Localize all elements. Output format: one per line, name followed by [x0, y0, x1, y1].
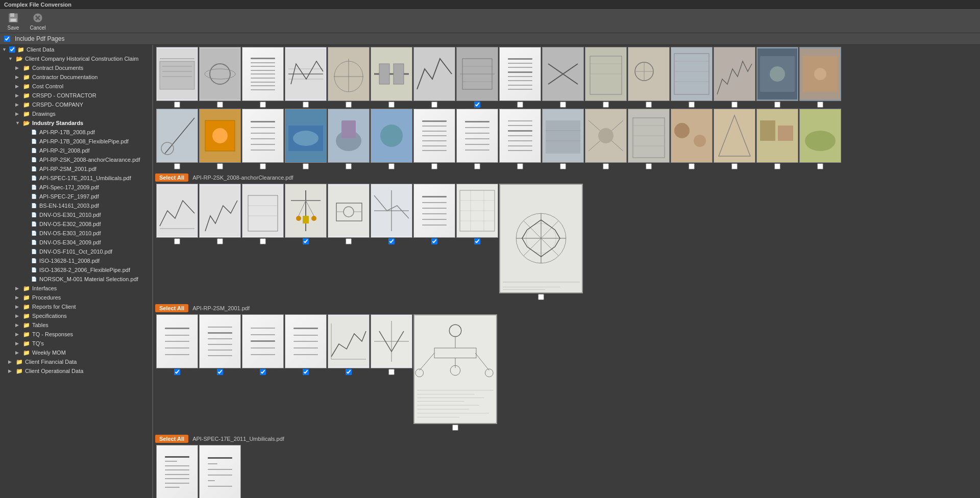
thumb-checkbox[interactable] [217, 238, 223, 244]
sidebar-item-api-spec-2f[interactable]: 📄 API-SPEC-2F_1997.pdf [0, 192, 152, 201]
thumbnail[interactable] [799, 47, 841, 101]
sidebar-item-tables[interactable]: ▶ 📁 Tables [0, 320, 152, 330]
thumbnail[interactable] [285, 109, 327, 163]
thumbnail[interactable] [756, 47, 798, 101]
include-pdf-pages-checkbox[interactable] [4, 36, 10, 42]
select-all-spec17e[interactable]: Select AlI [155, 435, 188, 443]
thumb-checkbox[interactable] [260, 369, 266, 375]
thumbnail[interactable] [156, 47, 198, 101]
toggle-client-company[interactable]: ▼ [8, 56, 15, 61]
thumb-checkbox[interactable] [388, 238, 395, 244]
thumbnail[interactable] [156, 109, 198, 163]
toggle-interfaces[interactable]: ▶ [15, 286, 22, 291]
sidebar-item-weekly-mom[interactable]: ▶ 📁 Weekly MOM [0, 348, 152, 357]
cancel-button[interactable]: Cancel [29, 12, 47, 31]
thumbnail[interactable] [371, 109, 412, 163]
thumb-checkbox[interactable] [517, 163, 523, 169]
thumbnail[interactable] [328, 184, 370, 238]
thumbnail[interactable] [199, 109, 241, 163]
thumb-checkbox[interactable] [474, 238, 480, 244]
thumbnail[interactable] [156, 184, 198, 238]
thumbnail-large[interactable] [499, 184, 583, 293]
sidebar-item-specifications[interactable]: ▶ 📁 Specifications [0, 311, 152, 320]
thumbnail[interactable] [456, 47, 498, 101]
toggle-industry-standards[interactable]: ▼ [15, 120, 22, 126]
thumbnail[interactable] [671, 47, 713, 101]
thumbnail[interactable] [328, 47, 370, 101]
thumb-checkbox[interactable] [303, 102, 309, 108]
thumb-checkbox[interactable] [731, 102, 738, 108]
sidebar-item-crspd-contractor[interactable]: ▶ 📁 CRSPD - CONTRACTOR [0, 91, 152, 100]
thumb-checkbox[interactable] [346, 163, 352, 169]
sidebar-item-iso-13628-2[interactable]: 📄 ISO-13628-2_2006_FlexiblePipe.pdf [0, 265, 152, 275]
thumbnail[interactable] [242, 184, 284, 238]
thumb-checkbox[interactable] [560, 102, 566, 108]
sidebar-item-iso-13628-11[interactable]: 📄 ISO-13628-11_2008.pdf [0, 256, 152, 265]
thumb-checkbox[interactable] [303, 163, 309, 169]
thumbnail[interactable] [371, 314, 412, 368]
thumb-checkbox[interactable] [303, 369, 309, 375]
thumb-checkbox[interactable] [817, 163, 823, 169]
sidebar-item-api-spec-17e[interactable]: 📄 API-SPEC-17E_2011_Umbilicals.pdf [0, 173, 152, 183]
sidebar-item-dnv-e302[interactable]: 📄 DNV-OS-E302_2008.pdf [0, 219, 152, 229]
thumb-checkbox[interactable] [388, 163, 395, 169]
sidebar-item-interfaces[interactable]: ▶ 📁 Interfaces [0, 284, 152, 293]
thumb-checkbox[interactable] [560, 163, 566, 169]
sidebar-item-contract-docs[interactable]: ▶ 📁 Contract Documents [0, 63, 152, 72]
sidebar-item-crspd-company[interactable]: ▶ 📁 CRSPD- COMPANY [0, 100, 152, 109]
thumbnail[interactable] [371, 47, 412, 101]
thumbnail[interactable] [242, 47, 284, 101]
thumb-checkbox[interactable] [689, 163, 695, 169]
thumb-checkbox[interactable] [452, 425, 458, 431]
toggle-contract-docs[interactable]: ▶ [15, 65, 22, 70]
thumbnail[interactable] [628, 109, 670, 163]
sidebar-item-client-financial[interactable]: ▶ 📁 Client Financial Data [0, 357, 152, 366]
thumbnail[interactable] [542, 109, 584, 163]
thumbnail[interactable] [756, 109, 798, 163]
sidebar-item-tq-responses[interactable]: ▶ 📁 TQ - Responses [0, 330, 152, 339]
toggle-tables[interactable]: ▶ [15, 322, 22, 328]
sidebar-item-client-data[interactable]: ▼ 📁 Client Data [0, 45, 152, 54]
thumbnail[interactable] [456, 109, 498, 163]
thumbnail[interactable] [199, 445, 241, 498]
thumb-checkbox[interactable] [646, 102, 652, 108]
sidebar-item-procedures[interactable]: ▶ 📁 Procedures [0, 293, 152, 302]
toggle-client-financial[interactable]: ▶ [8, 359, 15, 364]
sidebar-item-dnv-e304[interactable]: 📄 DNV-OS-E304_2009.pdf [0, 238, 152, 247]
thumbnail[interactable] [714, 47, 755, 101]
save-button[interactable]: Save [4, 12, 22, 31]
thumbnail[interactable] [199, 184, 241, 238]
thumb-checkbox[interactable] [346, 369, 352, 375]
select-all-rp25k[interactable]: Select AlI [155, 173, 188, 182]
thumbnail[interactable] [456, 184, 498, 238]
toggle-client-operational[interactable]: ▶ [8, 368, 15, 374]
thumb-checkbox[interactable] [217, 369, 223, 375]
thumbnail[interactable] [671, 109, 713, 163]
thumb-checkbox[interactable] [517, 102, 523, 108]
sidebar-item-api-rp-2l[interactable]: 📄 API-RP-2I_2008.pdf [0, 146, 152, 155]
thumbnail[interactable] [242, 314, 284, 368]
sidebar-item-norsok[interactable]: 📄 NORSOK_M-001 Material Selection.pdf [0, 275, 152, 284]
thumb-checkbox[interactable] [388, 369, 395, 375]
thumbnail[interactable] [585, 47, 627, 101]
checkbox-client-data[interactable] [9, 46, 15, 53]
thumb-checkbox[interactable] [603, 163, 609, 169]
thumb-checkbox[interactable] [431, 102, 437, 108]
sidebar-item-bs-en-14161[interactable]: 📄 BS-EN-14161_2003.pdf [0, 201, 152, 210]
thumb-checkbox[interactable] [646, 163, 652, 169]
thumbnail[interactable] [371, 184, 412, 238]
thumbnail[interactable] [156, 445, 198, 498]
thumbnail[interactable] [242, 109, 284, 163]
sidebar-item-api-rp-17b-flex[interactable]: 📄 API-RP-17B_2008_FlexiblePipe.pdf [0, 137, 152, 146]
thumb-checkbox[interactable] [346, 238, 352, 244]
sidebar[interactable]: ▼ 📁 Client Data ▼ 📂 Client Company Histo… [0, 45, 153, 498]
thumb-checkbox[interactable] [538, 294, 544, 300]
toggle-contractor-doc[interactable]: ▶ [15, 74, 22, 80]
thumb-checkbox[interactable] [774, 163, 780, 169]
thumbnail[interactable] [413, 314, 497, 424]
toggle-weekly-mom[interactable]: ▶ [15, 350, 22, 355]
content-area[interactable]: Select AlI API-RP-2SK_2008-anchorClearan… [153, 45, 980, 498]
sidebar-item-api-rp-17b[interactable]: 📄 API-RP-17B_2008.pdf [0, 128, 152, 137]
thumbnail[interactable] [156, 314, 198, 368]
thumbnail[interactable] [285, 314, 327, 368]
